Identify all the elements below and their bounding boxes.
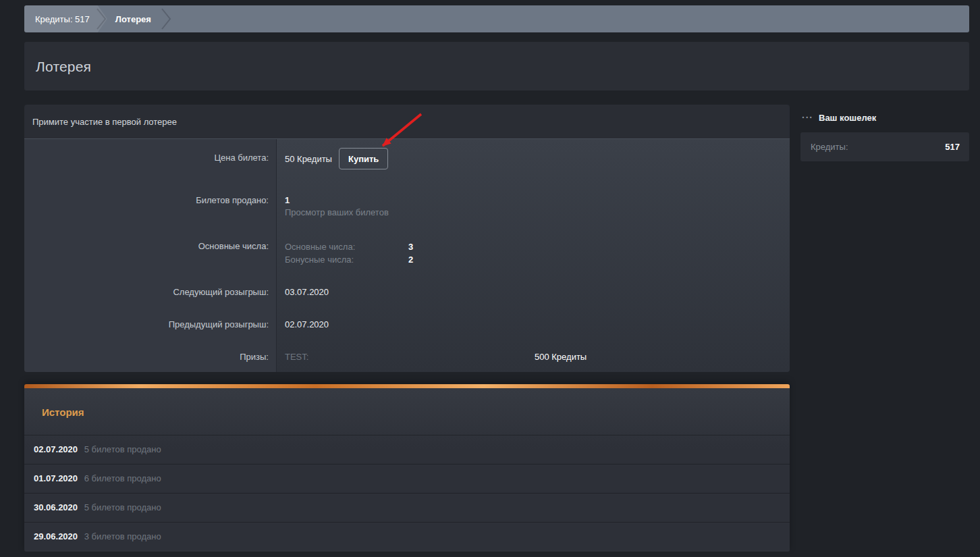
breadcrumb-credits-label: Кредиты: 517: [35, 14, 90, 24]
tickets-sold-label: Билетов продано:: [24, 182, 277, 232]
view-tickets-link[interactable]: Просмотр ваших билетов: [285, 207, 389, 219]
lottery-panel-body: Цена билета: 50 Кредиты Купить Билетов п…: [24, 138, 790, 372]
history-date-link[interactable]: 30.06.2020: [34, 502, 78, 512]
lottery-panel: Примите участие в первой лотерее Цена би…: [24, 105, 790, 372]
numbers-row: Основные числа: Основные числа: 3 Бонусн…: [24, 232, 790, 277]
numbers-label: Основные числа:: [24, 232, 277, 277]
history-row: 02.07.2020 5 билетов продано: [24, 435, 790, 464]
page-title-panel: Лотерея: [24, 42, 969, 90]
next-draw-label: Следующий розыгрыш:: [24, 277, 277, 309]
history-row: 30.06.2020 5 билетов продано: [24, 493, 790, 522]
history-date-link[interactable]: 01.07.2020: [34, 473, 78, 483]
next-draw-row: Следующий розыгрыш: 03.07.2020: [24, 277, 790, 309]
lottery-panel-header: Примите участие в первой лотерее: [24, 105, 790, 138]
lottery-panel-title: Примите участие в первой лотерее: [32, 117, 177, 127]
breadcrumb-item-credits[interactable]: Кредиты: 517: [24, 5, 107, 32]
prize-name: TEST:: [285, 352, 308, 362]
wallet-panel: Кредиты: 517: [800, 132, 969, 161]
history-row-text: 6 билетов продано: [84, 473, 161, 483]
prize-value: 500 Кредиты: [535, 352, 587, 362]
prev-draw-value: 02.07.2020: [277, 309, 790, 341]
ticket-price-label: Цена билета:: [24, 139, 277, 182]
bonus-numbers-line: Бонусные числа: 2: [285, 253, 790, 266]
history-panel: История 02.07.2020 5 билетов продано 01.…: [24, 384, 790, 552]
breadcrumb-item-current[interactable]: Лотерея: [115, 14, 151, 24]
chevron-right-icon: [161, 7, 172, 31]
prizes-row: Призы: TEST: 500 Кредиты: [24, 341, 790, 372]
next-draw-value: 03.07.2020: [277, 277, 790, 309]
history-title: История: [24, 388, 790, 418]
ellipsis-icon: ···: [802, 112, 813, 123]
history-row-text: 5 билетов продано: [84, 502, 161, 512]
main-numbers-value: 3: [408, 240, 413, 253]
wallet-header: ··· Ваш кошелек: [802, 112, 876, 123]
page-title: Лотерея: [24, 42, 969, 75]
prev-draw-label: Предыдущий розыгрыш:: [24, 309, 277, 341]
ticket-price-value: 50 Кредиты: [285, 154, 332, 164]
main-numbers-label: Основные числа:: [285, 240, 408, 253]
history-row-text: 5 билетов продано: [84, 444, 161, 454]
bonus-numbers-label: Бонусные числа:: [285, 253, 408, 266]
prizes-label: Призы:: [24, 341, 277, 372]
history-date-link[interactable]: 29.06.2020: [34, 531, 78, 541]
tickets-sold-row: Билетов продано: 1 Просмотр ваших билето…: [24, 182, 790, 232]
buy-button[interactable]: Купить: [339, 148, 388, 169]
wallet-credits-value: 517: [945, 142, 960, 152]
wallet-credits-label: Кредиты:: [811, 142, 848, 152]
wallet-title: Ваш кошелек: [819, 113, 876, 123]
prev-draw-row: Предыдущий розыгрыш: 02.07.2020: [24, 309, 790, 341]
history-body: История 02.07.2020 5 билетов продано 01.…: [24, 388, 790, 552]
breadcrumb: Кредиты: 517 Лотерея: [24, 5, 969, 32]
history-row: 29.06.2020 3 билетов продано: [24, 522, 790, 551]
history-row: 01.07.2020 6 билетов продано: [24, 464, 790, 493]
ticket-price-row: Цена билета: 50 Кредиты Купить: [24, 139, 790, 182]
history-row-text: 3 билетов продано: [84, 531, 161, 541]
history-date-link[interactable]: 02.07.2020: [34, 444, 78, 454]
main-numbers-line: Основные числа: 3: [285, 240, 790, 253]
history-rows: 02.07.2020 5 билетов продано 01.07.2020 …: [24, 435, 790, 551]
tickets-sold-value: 1: [285, 194, 790, 207]
bonus-numbers-value: 2: [408, 253, 413, 266]
